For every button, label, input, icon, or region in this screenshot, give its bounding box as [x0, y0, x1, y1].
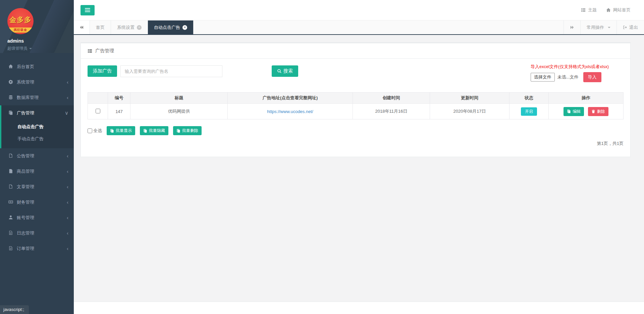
- delete-button[interactable]: 删除: [588, 107, 608, 116]
- select-all-checkbox[interactable]: 全选: [88, 128, 102, 134]
- user-role-dropdown[interactable]: 超级管理员: [7, 46, 74, 51]
- browser-status-bar: javascript:;: [0, 305, 29, 314]
- toolbar: 添加广告 搜索 导入excel文件(仅支持格式为xls或者xlsx) 选择文件 …: [88, 65, 624, 84]
- search-input[interactable]: [120, 65, 222, 77]
- pagination: 第1页，共1页: [88, 141, 624, 147]
- double-chevron-right-icon: [570, 25, 574, 30]
- tab-system-settings[interactable]: 系统设置 ×: [111, 20, 148, 34]
- sidebar-item-dashboard[interactable]: 后台首页: [0, 59, 74, 74]
- main-area: 主题 网站首页 首页 系统设置 × 自动点击广告 ×: [74, 0, 644, 314]
- chevron-left-icon: ‹: [67, 210, 68, 225]
- tab-auto-click-ads[interactable]: 自动点击广告 ×: [148, 20, 194, 34]
- tab-home[interactable]: 首页: [90, 20, 111, 34]
- username: admins: [7, 38, 74, 44]
- page-title: 广告管理: [95, 48, 114, 54]
- money-icon: [8, 200, 14, 204]
- site-home-link[interactable]: 网站首页: [606, 7, 631, 13]
- brand-logo-band: 疯狂吸金: [7, 28, 34, 33]
- batch-show-button[interactable]: 批量显示: [107, 126, 135, 135]
- admin-app: 金多多 疯狂吸金 admins 超级管理员 后台首页 系统管理 ‹ 数据库管理 …: [0, 0, 644, 314]
- cell-title: 优码网提供: [130, 104, 228, 119]
- user-icon: [8, 215, 14, 220]
- sidebar-item-system[interactable]: 系统管理 ‹: [0, 74, 74, 90]
- sidebar-submenu-ads: 自动点击广告 手动点击广告: [1, 121, 74, 148]
- sidebar-item-logs[interactable]: 日志管理 ‹: [0, 225, 74, 241]
- tabs-scroll-left-button[interactable]: [74, 20, 90, 34]
- sidebar-subitem-auto-click-ads[interactable]: 自动点击广告: [1, 121, 74, 133]
- header-checkbox-col: [88, 93, 108, 104]
- import-button[interactable]: 导入: [583, 72, 601, 82]
- choose-file-button[interactable]: 选择文件: [531, 73, 555, 82]
- sidebar-toggle-button[interactable]: [80, 5, 95, 15]
- double-chevron-left-icon: [79, 25, 84, 30]
- sidebar-item-database[interactable]: 数据库管理 ‹: [0, 90, 74, 105]
- sign-out-icon: [623, 25, 627, 30]
- close-icon[interactable]: ×: [137, 25, 142, 30]
- header-updated: 更新时间: [430, 93, 509, 104]
- theme-link[interactable]: 主题: [581, 7, 597, 13]
- chevron-left-icon: ‹: [67, 195, 68, 210]
- chevron-left-icon: ‹: [67, 164, 68, 179]
- chevron-left-icon: ‹: [67, 179, 68, 195]
- sidebar-item-finance[interactable]: 财务管理 ‹: [0, 195, 74, 210]
- close-icon[interactable]: ×: [182, 25, 187, 30]
- import-note: 导入excel文件(仅支持格式为xls或者xlsx): [531, 64, 609, 70]
- sidebar: 金多多 疯狂吸金 admins 超级管理员 后台首页 系统管理 ‹ 数据库管理 …: [0, 0, 74, 314]
- select-all-input[interactable]: [88, 128, 92, 133]
- table-row: 147 优码网提供 https://www.ucodes.net/ 2018年1…: [88, 104, 624, 119]
- chevron-down-icon: ∨: [65, 105, 68, 121]
- ad-management-panel: 广告管理 添加广告 搜索 导入excel文件(仅支持格式为xls或者xlsx): [80, 42, 631, 157]
- ads-table: 编号 标题 广告地址(点击查看完整网址) 创建时间 更新时间 状态 操作: [88, 92, 624, 119]
- sidebar-item-articles[interactable]: 文章管理 ‹: [0, 179, 74, 195]
- table-header-row: 编号 标题 广告地址(点击查看完整网址) 创建时间 更新时间 状态 操作: [88, 93, 624, 104]
- gear-icon: [8, 80, 14, 84]
- list-icon: [88, 49, 92, 53]
- file-text-icon: [8, 246, 14, 251]
- home-icon: [8, 64, 14, 69]
- status-badge[interactable]: 开启: [521, 107, 537, 116]
- copy-icon: [143, 129, 147, 133]
- file-chosen-status: 未选...文件: [557, 74, 579, 80]
- search-button[interactable]: 搜索: [272, 65, 298, 77]
- sidebar-item-ads[interactable]: 广告管理 ∨: [1, 105, 74, 121]
- bottom-spacer: [74, 302, 644, 314]
- logout-button[interactable]: 退出: [616, 20, 644, 34]
- topbar-links: 主题 网站首页: [581, 7, 631, 13]
- sidebar-item-accounts[interactable]: 账号管理 ‹: [0, 210, 74, 225]
- batch-delete-button[interactable]: 批量删除: [173, 126, 202, 135]
- chevron-left-icon: ‹: [67, 225, 68, 241]
- row-checkbox[interactable]: [96, 109, 100, 113]
- sidebar-group-ads: 广告管理 ∨ 自动点击广告 手动点击广告: [0, 105, 74, 148]
- search-icon: [277, 69, 282, 73]
- add-ad-button[interactable]: 添加广告: [88, 65, 117, 77]
- sidebar-item-notice[interactable]: 公告管理 ‹: [0, 148, 74, 164]
- common-operations-dropdown[interactable]: 常用操作: [580, 20, 616, 34]
- tabbar-right: 常用操作 退出: [564, 20, 644, 34]
- header-status: 状态: [509, 93, 549, 104]
- ad-url-link[interactable]: https://www.ucodes.net/: [267, 109, 313, 114]
- chevron-down-icon: [29, 48, 32, 49]
- file-text-icon: [8, 230, 14, 235]
- sidebar-item-orders[interactable]: 订单管理 ‹: [0, 241, 74, 256]
- cell-id: 147: [108, 104, 130, 119]
- trash-icon: [591, 109, 595, 113]
- header-operations: 操作: [549, 93, 624, 104]
- header-url: 广告地址(点击查看完整网址): [228, 93, 353, 104]
- edit-button[interactable]: 编辑: [564, 107, 584, 116]
- tabs-scroll-right-button[interactable]: [564, 20, 580, 34]
- brand-logo-text: 金多多: [9, 15, 32, 24]
- topbar: 主题 网站首页: [74, 0, 644, 20]
- cell-created: 2018年11月16日: [353, 104, 430, 119]
- sidebar-item-goods[interactable]: 商品管理 ‹: [0, 164, 74, 179]
- excel-import-box: 导入excel文件(仅支持格式为xls或者xlsx) 选择文件 未选...文件 …: [531, 64, 609, 82]
- panel-body: 添加广告 搜索 导入excel文件(仅支持格式为xls或者xlsx) 选择文件 …: [81, 59, 630, 157]
- database-icon: [8, 95, 14, 100]
- sidebar-menu: 后台首页 系统管理 ‹ 数据库管理 ‹ 广告管理 ∨ 自动点击广告 手动点击广告: [0, 59, 74, 256]
- brand-logo: 金多多 疯狂吸金: [7, 8, 34, 34]
- chevron-left-icon: ‹: [67, 148, 68, 164]
- header-created: 创建时间: [353, 93, 430, 104]
- batch-hide-button[interactable]: 批量隐藏: [140, 126, 168, 135]
- header-id: 编号: [108, 93, 130, 104]
- sidebar-subitem-manual-click-ads[interactable]: 手动点击广告: [1, 133, 74, 145]
- copy-icon: [567, 109, 571, 113]
